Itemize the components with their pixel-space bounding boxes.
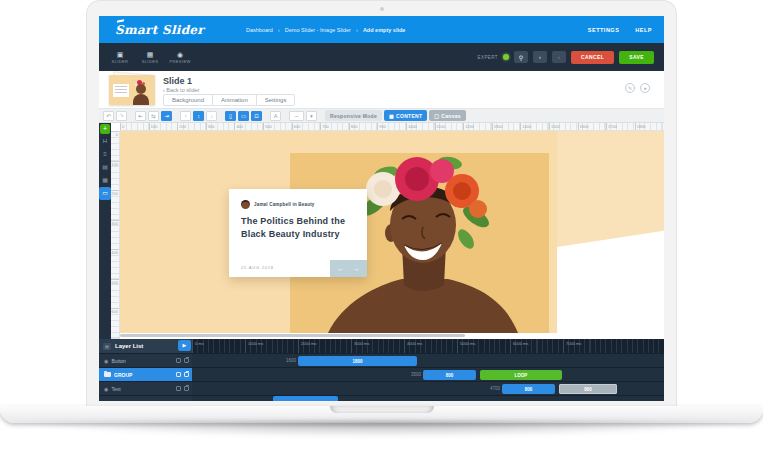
tab-settings[interactable]: Settings xyxy=(256,94,296,106)
app-logo[interactable]: Smart Slider xyxy=(115,23,204,37)
timeline-row-text[interactable]: ◉ Text 4700 800 800 xyxy=(99,381,664,395)
align-left-icon[interactable]: ⇤ xyxy=(135,111,146,121)
timeline-row-button[interactable]: ◉ Button 1600 1800 xyxy=(99,353,664,367)
edit-icon[interactable]: ✎ xyxy=(625,83,635,93)
eye-icon[interactable]: ◉ xyxy=(104,382,108,396)
add-layer-button[interactable]: + xyxy=(100,124,110,134)
duplicate-icon[interactable] xyxy=(176,372,181,377)
byline-text: Jamal Campbell in Beauty xyxy=(254,202,315,207)
text-layer-icon[interactable]: ≡ xyxy=(99,148,111,161)
value-input[interactable]: – xyxy=(289,111,304,121)
loop-bar[interactable]: LOOP xyxy=(480,370,562,380)
breadcrumb-separator-icon: › xyxy=(356,27,358,33)
duplicate-icon[interactable] xyxy=(176,358,181,363)
laptop-notch xyxy=(330,406,434,413)
laptop-frame: Smart Slider Dashboard › Demo Slider - I… xyxy=(86,0,677,408)
device-view-button[interactable]: ⚲ xyxy=(514,51,528,63)
breadcrumb-slider[interactable]: Demo Slider - Image Slider xyxy=(285,27,351,33)
author-avatar xyxy=(241,200,250,209)
timeline-row-partial xyxy=(99,395,664,401)
workspace: + H ≡ ▤ ▦ ▭ 0100200300400500600700800900… xyxy=(99,123,664,339)
preview-button[interactable]: ◉ PREVIEW xyxy=(167,45,193,69)
animation-bar[interactable] xyxy=(273,396,338,401)
slide-text-card[interactable]: Jamal Campbell in Beauty The Politics Be… xyxy=(229,189,367,277)
heading-layer-icon[interactable]: H xyxy=(99,135,111,148)
play-button[interactable]: ▶ xyxy=(178,340,191,351)
animation-bar[interactable]: 800 xyxy=(423,370,476,380)
webcam-dot xyxy=(380,7,384,11)
chevron-right-icon: › xyxy=(558,54,560,60)
slide-header: Slide 1 ‹ Back to slider Background Anim… xyxy=(99,71,664,109)
image-layer-icon[interactable]: ▤ xyxy=(99,161,111,174)
undo-icon[interactable]: ↶ xyxy=(103,111,114,121)
device-phone-icon[interactable]: ▯ xyxy=(225,111,236,121)
font-icon[interactable]: A xyxy=(270,111,281,121)
valign-top-icon[interactable]: ↑ xyxy=(180,111,191,121)
trash-icon[interactable] xyxy=(184,386,189,391)
layers-icon: ▤ xyxy=(103,343,111,350)
valign-bottom-icon[interactable]: ↓ xyxy=(206,111,217,121)
save-button[interactable]: SAVE xyxy=(619,51,654,64)
redo-icon[interactable]: ↷ xyxy=(116,111,127,121)
folder-icon[interactable] xyxy=(104,372,111,377)
slide-headline[interactable]: The Politics Behind the Black Beauty Ind… xyxy=(241,215,345,241)
breadcrumb-current: Add empty slide xyxy=(363,27,405,33)
device-desktop-icon[interactable]: ⊡ xyxy=(251,111,262,121)
app-screen: Smart Slider Dashboard › Demo Slider - I… xyxy=(99,16,664,401)
preview-eye-icon: ◉ xyxy=(177,51,183,58)
device-tablet-icon[interactable]: ▭ xyxy=(238,111,249,121)
bar-start-label: 1600 xyxy=(272,358,296,363)
timeline-ruler: 0 ms1000 ms2000 ms3000 ms4000 ms5000 ms6… xyxy=(192,339,664,353)
expert-label: EXPERT xyxy=(478,55,498,60)
cancel-button[interactable]: CANCEL xyxy=(571,51,614,64)
slide-canvas[interactable]: Jamal Campbell in Beauty The Politics Be… xyxy=(120,131,664,339)
slider-button[interactable]: ▣ SLIDER xyxy=(107,45,133,69)
settings-link[interactable]: SETTINGS xyxy=(588,27,620,33)
canvas-icon: ▢ xyxy=(434,113,439,119)
timeline-row-group[interactable]: GROUP 3500 800 LOOP xyxy=(99,367,664,381)
breadcrumb: Dashboard › Demo Slider - Image Slider ›… xyxy=(246,27,405,33)
timeline-header: ▤ Layer List ▶ 0 ms1000 ms2000 ms3000 ms… xyxy=(99,339,664,353)
help-link[interactable]: HELP xyxy=(635,27,652,33)
canvas-toolbar: ↶ ↷ ⇤ ⇆ ⇥ ↑ ↕ ↓ ▯ ▭ ⊡ A – ▾ Respon xyxy=(99,109,664,123)
align-center-icon[interactable]: ⇆ xyxy=(148,111,159,121)
slide-thumbnail[interactable] xyxy=(109,75,155,105)
eye-icon[interactable]: ◉ xyxy=(104,354,108,368)
animation-bar[interactable]: 800 xyxy=(502,384,555,394)
layer-add-sidebar: + H ≡ ▤ ▦ ▭ xyxy=(99,123,111,339)
tab-animation[interactable]: Animation xyxy=(212,94,257,106)
top-bar: Smart Slider Dashboard › Demo Slider - I… xyxy=(99,16,664,43)
content-grid-icon: ▦ xyxy=(389,113,394,119)
video-layer-icon[interactable]: ▦ xyxy=(99,174,111,187)
slides-button[interactable]: ▦ SLIDES xyxy=(137,45,163,69)
breadcrumb-dashboard[interactable]: Dashboard xyxy=(246,27,273,33)
prev-arrow-icon[interactable]: ← xyxy=(338,265,345,272)
trash-icon[interactable] xyxy=(184,372,189,377)
button-layer-icon[interactable]: ▭ xyxy=(99,187,111,200)
back-to-slider-link[interactable]: ‹ Back to slider xyxy=(163,87,199,93)
canvas-button[interactable]: ▢ Canvas xyxy=(429,110,466,121)
breadcrumb-separator-icon: › xyxy=(278,27,280,33)
bar-start-label: 4700 xyxy=(476,386,500,391)
canvas-horizontal-scrollbar[interactable] xyxy=(120,334,465,337)
undo-button[interactable]: ‹ xyxy=(533,51,547,63)
responsive-mode-button[interactable]: Responsive Mode xyxy=(325,110,382,121)
slide-title: Slide 1 xyxy=(163,76,192,86)
animation-bar[interactable]: 1800 xyxy=(298,356,417,366)
content-button[interactable]: ▦ CONTENT xyxy=(384,110,427,121)
settings-gear-icon[interactable]: ● xyxy=(640,83,650,93)
thumb-face xyxy=(136,84,146,94)
trash-icon[interactable] xyxy=(184,358,189,363)
tab-background[interactable]: Background xyxy=(163,94,213,106)
expert-lightbulb-icon[interactable] xyxy=(503,54,509,60)
dropdown-chevron-icon[interactable]: ▾ xyxy=(306,111,317,121)
byline-row: Jamal Campbell in Beauty xyxy=(241,200,315,209)
align-right-icon[interactable]: ⇥ xyxy=(161,111,172,121)
vertical-ruler: 0100200300400500600 xyxy=(111,131,120,339)
out-animation-bar[interactable]: 800 xyxy=(559,384,617,394)
editor-toolbar-bar: ▣ SLIDER ▦ SLIDES ◉ PREVIEW EXPERT ⚲ xyxy=(99,43,664,71)
redo-button[interactable]: › xyxy=(552,51,566,63)
valign-middle-icon[interactable]: ↕ xyxy=(193,111,204,121)
duplicate-icon[interactable] xyxy=(176,386,181,391)
next-arrow-icon[interactable]: → xyxy=(353,265,360,272)
